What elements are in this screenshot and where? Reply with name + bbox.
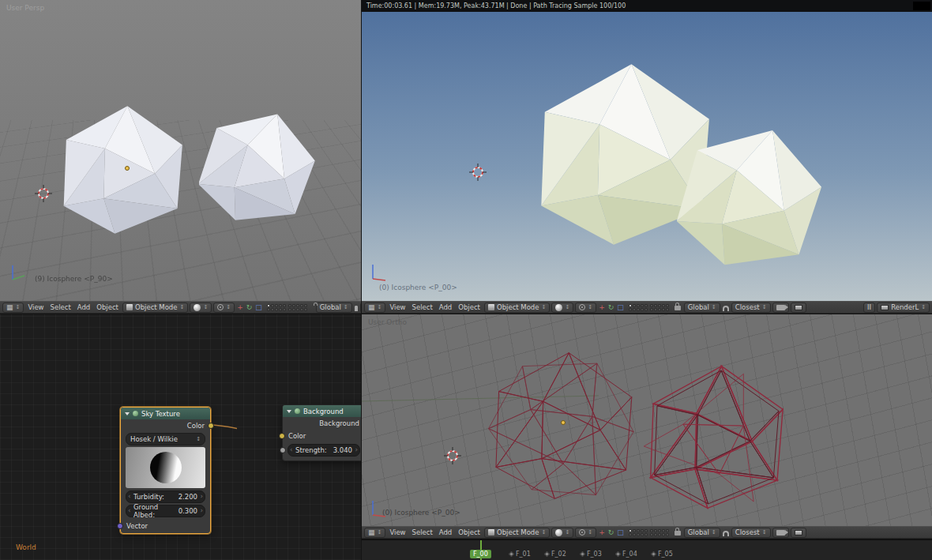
texture-node-icon [133, 411, 138, 416]
sky-texture-node[interactable]: Sky Texture Color Hosek / Wilkie ↕ Turbi… [120, 407, 211, 534]
icosphere-right[interactable] [199, 109, 316, 226]
pivot-dropdown[interactable]: ↕ [575, 528, 596, 538]
snap-target-dropdown[interactable]: Closest↕ [731, 528, 771, 538]
render-button[interactable] [360, 303, 361, 313]
viewport-3d-wireframe[interactable]: User Ortho (0) Icosphere <P_00> [362, 314, 932, 526]
sky-model-dropdown[interactable]: Hosek / Wilkie ↕ [126, 433, 205, 445]
collapse-icon[interactable] [125, 412, 130, 415]
menu-add[interactable]: Add [437, 303, 454, 311]
object-mode-icon [126, 304, 133, 310]
active-object-info: (0) Icosphere <P_00> [379, 284, 457, 291]
marker-diamond-icon [651, 551, 656, 557]
marker-diamond-icon [509, 551, 514, 557]
shading-dropdown[interactable]: ↕ [190, 303, 212, 313]
pause-render-button[interactable]: II [863, 303, 875, 313]
render-stats-text: Time:00:03.61 | Mem:19.73M, Peak:43.71M … [366, 2, 626, 9]
3d-cursor [35, 185, 52, 202]
render-image-button[interactable] [791, 528, 806, 538]
rotate-manipulator-icon[interactable]: ↻ [246, 303, 254, 313]
shading-dropdown[interactable]: ↕ [551, 303, 573, 313]
sky-preview-sphere [150, 452, 182, 483]
ground-albedo-slider[interactable]: Ground Albed: 0.300 [126, 505, 205, 517]
viewport-shading-icon [555, 304, 562, 311]
icosphere-left[interactable] [57, 104, 188, 235]
editor-type-button[interactable]: ▦↕ [364, 528, 385, 538]
menu-object[interactable]: Object [94, 303, 121, 311]
render-stats-bar: Time:00:03.61 | Mem:19.73M, Peak:43.71M … [362, 0, 932, 12]
rotate-manipulator-icon[interactable]: ↻ [607, 528, 615, 538]
strength-input-socket[interactable] [280, 447, 286, 453]
render-layer-dropdown[interactable]: RenderL↕ [877, 303, 930, 313]
timeline-strip[interactable]: F_00 F_01 F_02 F_03 F_04 F_05 [362, 539, 932, 560]
viewport-3d-solid[interactable]: User Persp (9) Icosphere <P_90> [0, 0, 361, 301]
sky-node-header[interactable]: Sky Texture [121, 408, 210, 419]
layers-widget[interactable] [629, 529, 669, 536]
current-frame-label: F_00 [470, 550, 491, 558]
scale-manipulator-icon[interactable]: □ [616, 303, 625, 313]
editor-type-button[interactable]: ▦↕ [364, 303, 385, 313]
pivot-dropdown[interactable]: ↕ [213, 303, 235, 313]
render-image-button[interactable] [791, 303, 806, 313]
timeline-marker[interactable]: F_03 [581, 551, 602, 558]
color-input-socket[interactable] [279, 433, 285, 439]
3d-cursor [444, 447, 461, 464]
timeline-marker[interactable]: F_05 [652, 551, 673, 558]
mode-dropdown[interactable]: Object Mode↕ [484, 303, 550, 313]
scale-manipulator-icon[interactable]: □ [254, 303, 263, 313]
icosphere-right-wire-selected[interactable] [643, 364, 789, 510]
scale-manipulator-icon[interactable]: □ [616, 528, 625, 538]
menu-view[interactable]: View [387, 303, 408, 311]
timeline-marker[interactable]: F_02 [545, 551, 566, 558]
node-editor-pane: Sky Texture Color Hosek / Wilkie ↕ Turbi… [0, 314, 361, 560]
background-node[interactable]: Background Background Color Strength: 3.… [282, 404, 361, 461]
render-button[interactable] [772, 303, 789, 313]
shading-dropdown[interactable]: ↕ [551, 528, 573, 538]
mode-dropdown[interactable]: Object Mode↕ [122, 303, 188, 313]
snap-magnet-icon[interactable] [723, 306, 729, 311]
menu-view[interactable]: View [25, 303, 46, 311]
lock-icon[interactable] [675, 531, 681, 536]
orientation-dropdown[interactable]: Global↕ [316, 303, 352, 313]
menu-select[interactable]: Select [410, 303, 435, 311]
mode-dropdown[interactable]: Object Mode↕ [484, 528, 550, 538]
editor-type-icon: ▦ [368, 304, 375, 311]
lock-icon[interactable] [675, 306, 681, 310]
pivot-dropdown[interactable]: ↕ [575, 303, 596, 313]
snap-target-dropdown[interactable]: Closest↕ [731, 303, 771, 313]
translate-manipulator-icon[interactable]: + [598, 528, 606, 538]
mini-axis-gizmo [6, 259, 30, 284]
turbidity-slider[interactable]: Turbidity: 2.200 [126, 490, 205, 503]
viewport-pane-top-right: Time:00:03.61 | Mem:19.73M, Peak:43.71M … [362, 0, 932, 314]
menu-add[interactable]: Add [75, 303, 92, 311]
translate-manipulator-icon[interactable]: + [598, 303, 606, 313]
layers-widget[interactable] [629, 304, 669, 311]
viewport-header-tr: ▦↕ View Select Add Object Object Mode↕ ↕… [362, 301, 932, 314]
snap-magnet-icon[interactable] [355, 306, 358, 311]
vector-input-socket[interactable] [117, 523, 123, 529]
menu-select[interactable]: Select [48, 303, 73, 311]
timeline-marker[interactable]: F_01 [509, 551, 531, 558]
menu-select[interactable]: Select [410, 528, 435, 536]
menu-object[interactable]: Object [456, 528, 483, 536]
menu-add[interactable]: Add [437, 528, 454, 536]
rotate-manipulator-icon[interactable]: ↻ [607, 303, 615, 313]
icosphere-left-wire[interactable] [488, 351, 638, 501]
viewport-3d-rendered[interactable]: (0) Icosphere <P_00> [362, 12, 932, 301]
timeline-marker[interactable]: F_04 [616, 551, 637, 558]
orientation-dropdown[interactable]: Global↕ [684, 528, 720, 538]
background-node-header[interactable]: Background [283, 405, 361, 417]
translate-manipulator-icon[interactable]: + [236, 303, 244, 313]
render-button[interactable] [772, 528, 789, 538]
menu-view[interactable]: View [387, 528, 408, 536]
snap-magnet-icon[interactable] [723, 531, 729, 536]
icosphere-right-rendered[interactable] [677, 125, 823, 271]
strength-slider[interactable]: Strength: 3.040 [287, 444, 360, 457]
viewport-shading-icon [555, 529, 562, 536]
collapse-icon[interactable] [287, 410, 291, 413]
layers-widget[interactable] [267, 304, 307, 311]
editor-type-button[interactable]: ▦↕ [2, 303, 24, 313]
orientation-dropdown[interactable]: Global↕ [684, 303, 720, 313]
menu-object[interactable]: Object [456, 303, 483, 311]
color-output-socket[interactable] [208, 423, 214, 429]
node-editor-canvas[interactable]: Sky Texture Color Hosek / Wilkie ↕ Turbi… [0, 314, 361, 560]
